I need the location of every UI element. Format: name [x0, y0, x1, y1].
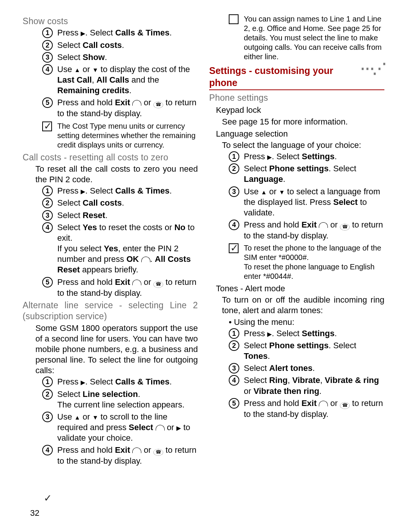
- step-text: Press ▶. Select Settings.: [244, 152, 337, 161]
- step-number-icon: 4: [42, 222, 53, 233]
- step: 1Press ▶. Select Settings.: [229, 151, 384, 162]
- up-arrow-icon: ▲: [74, 414, 80, 421]
- step-number-icon: 1: [229, 151, 239, 162]
- up-arrow-icon: ▲: [74, 66, 80, 74]
- step-number-icon: 5: [42, 97, 53, 108]
- step-text: Press and hold Exit or ☎ to return to th…: [57, 277, 196, 298]
- step: 2Select Phone settings. Select Language.: [229, 163, 384, 185]
- step-text: Press and hold Exit or ☎ to return to th…: [57, 98, 196, 118]
- heading-language: Language selection: [216, 129, 384, 139]
- check-icon: [229, 243, 239, 253]
- step: 3Select Show.: [42, 52, 198, 63]
- steps-show-costs: 1Press ▶. Select Calls & Times.2Select C…: [42, 28, 198, 119]
- step-text: Select Ring, Vibrate, Vibrate & ring or …: [244, 375, 379, 395]
- step-number-icon: 2: [229, 163, 239, 174]
- step-text: Select Call costs.: [57, 40, 124, 50]
- step-number-icon: 3: [229, 363, 239, 374]
- step-text: Select Phone settings. Select Tones.: [244, 341, 356, 361]
- intro-alt-line: Some GSM 1800 operators support the use …: [35, 323, 198, 376]
- page-columns: Show costs 1Press ▶. Select Calls & Time…: [23, 14, 384, 494]
- heading-tones: Tones - Alert mode: [216, 283, 384, 294]
- heading-keypad-lock: Keypad lock: [216, 105, 384, 115]
- end-key-icon: ☎: [340, 224, 350, 231]
- heading-settings: ⋯⋰ Settings - customising your phone: [209, 65, 384, 90]
- step: 4Select Ring, Vibrate, Vibrate & ring or…: [229, 375, 384, 396]
- step: 4Select Yes to reset the costs or No to …: [42, 222, 198, 275]
- step-number-icon: 2: [229, 340, 239, 351]
- step-number-icon: 5: [229, 398, 239, 409]
- right-arrow-icon: ▶: [176, 424, 181, 432]
- step-number-icon: 4: [229, 220, 239, 230]
- step-number-icon: 3: [42, 412, 53, 422]
- right-arrow-icon: ▶: [267, 331, 272, 338]
- step: 1Press ▶. Select Calls & Times.: [42, 186, 198, 196]
- step-text: Press ▶. Select Calls & Times.: [57, 186, 172, 195]
- softkey-icon: [319, 401, 328, 406]
- step-text: Select Alert tones.: [244, 363, 315, 373]
- intro-language: To select the language of your choice:: [222, 140, 384, 151]
- step: 3Select Alert tones.: [229, 363, 384, 374]
- step-text: Use ▲ or ▼ to scroll to the line require…: [57, 412, 190, 443]
- step-number-icon: 4: [42, 445, 53, 455]
- end-key-icon: ☎: [153, 281, 163, 288]
- step-number-icon: 3: [229, 186, 239, 197]
- step: 4Use ▲ or ▼ to display the cost of the L…: [42, 64, 198, 96]
- note-cost-type: The Cost Type menu units or currency set…: [42, 121, 198, 150]
- step-number-icon: 2: [42, 40, 53, 51]
- heading-alt-line: Alternate line service - selecting Line …: [23, 300, 198, 322]
- softkey-icon: [319, 222, 328, 228]
- step: 3Select Reset.: [42, 210, 198, 221]
- step-text: Select Reset.: [57, 211, 107, 220]
- body-keypad-lock: See page 15 for more information.: [222, 117, 384, 127]
- note-line-names: You can assign names to Line 1 and Line …: [229, 14, 384, 62]
- step-text: Select Yes to reset the costs or No to e…: [57, 223, 194, 275]
- softkey-icon: [156, 425, 165, 431]
- note-language-reset: To reset the phone to the language of th…: [229, 243, 384, 281]
- down-arrow-icon: ▼: [92, 414, 98, 421]
- up-arrow-icon: ▲: [261, 189, 267, 196]
- right-arrow-icon: ▶: [267, 154, 272, 161]
- step-number-icon: 4: [42, 64, 53, 75]
- step-number-icon: 1: [42, 28, 53, 38]
- heading-show-costs: Show costs: [23, 16, 198, 27]
- step: 1Press ▶. Select Settings.: [229, 328, 384, 339]
- softkey-icon: [132, 280, 141, 285]
- softkey-icon: [132, 447, 141, 453]
- check-icon: [229, 14, 239, 24]
- step-text: Select Call costs.: [57, 198, 124, 208]
- step-text: Press ▶. Select Calls & Times.: [57, 377, 172, 386]
- step: 2Select Call costs.: [42, 40, 198, 51]
- step-text: Press and hold Exit or ☎ to return to th…: [244, 398, 383, 419]
- right-arrow-icon: ▶: [81, 30, 85, 37]
- bullet-using-menu: • Using the menu:: [229, 317, 384, 328]
- step: 3Use ▲ or ▼ to scroll to the line requir…: [42, 412, 198, 443]
- step-text: Use ▲ or ▼ to select a language from the…: [244, 187, 380, 217]
- step-text: Press ▶. Select Settings.: [244, 329, 337, 338]
- step: 1Press ▶. Select Calls & Times.: [42, 28, 198, 38]
- step: 4Press and hold Exit or ☎ to return to t…: [42, 445, 198, 466]
- steps-language: 1Press ▶. Select Settings.2Select Phone …: [229, 151, 384, 241]
- check-icon: [42, 121, 52, 131]
- down-arrow-icon: ▼: [279, 189, 285, 196]
- step-number-icon: 1: [42, 377, 53, 387]
- right-arrow-icon: ▶: [81, 379, 85, 386]
- step-text: Press and hold Exit or ☎ to return to th…: [57, 445, 196, 466]
- heading-phone-settings: Phone settings: [209, 92, 384, 103]
- step: 5Press and hold Exit or ☎ to return to t…: [229, 398, 384, 420]
- page-number: 32: [30, 508, 39, 518]
- step-number-icon: 2: [42, 198, 53, 208]
- steps-reset-costs: 1Press ▶. Select Calls & Times.2Select C…: [42, 186, 198, 298]
- step-text: Press and hold Exit or ☎ to return to th…: [244, 220, 383, 240]
- step-text: Press ▶. Select Calls & Times.: [57, 28, 172, 37]
- intro-tones: To turn on or off the audible incoming r…: [222, 295, 384, 316]
- step-number-icon: 4: [229, 375, 239, 386]
- end-key-icon: ☎: [153, 449, 163, 456]
- step-number-icon: 5: [42, 277, 53, 288]
- heading-reset-costs: Call costs - resetting all costs to zero: [23, 152, 198, 163]
- right-arrow-icon: ▶: [81, 188, 85, 195]
- step-number-icon: 2: [42, 389, 53, 400]
- softkey-icon: [141, 257, 150, 262]
- intro-reset-costs: To reset all the call costs to zero you …: [35, 164, 198, 185]
- step-text: Use ▲ or ▼ to display the cost of the La…: [57, 65, 190, 95]
- end-key-icon: ☎: [340, 402, 350, 409]
